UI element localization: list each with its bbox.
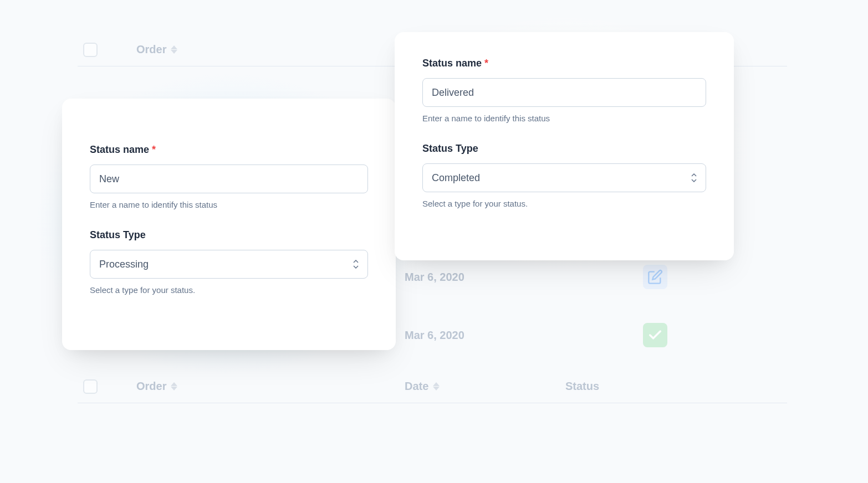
sort-icon [171, 45, 177, 54]
form-group-name: Status name * Enter a name to identify t… [90, 144, 368, 209]
column-label: Order [136, 43, 166, 56]
column-header-status[interactable]: Status [565, 380, 599, 393]
status-name-label: Status name * [90, 144, 368, 156]
sort-icon [171, 382, 177, 390]
status-name-input[interactable] [90, 165, 368, 193]
form-group-name: Status name * Enter a name to identify t… [422, 58, 706, 123]
select-all-checkbox[interactable] [83, 43, 98, 57]
status-type-select[interactable]: Processing [90, 250, 368, 279]
status-name-input[interactable] [422, 78, 706, 107]
status-type-hint: Select a type for your status. [422, 199, 706, 208]
row-date: Mar 6, 2020 [405, 329, 464, 342]
status-name-hint: Enter a name to identify this status [90, 200, 368, 209]
pencil-icon [647, 269, 663, 285]
status-type-hint: Select a type for your status. [90, 285, 368, 295]
status-name-label: Status name * [422, 58, 706, 69]
status-type-label: Status Type [422, 143, 706, 155]
column-header-date[interactable]: Date [405, 380, 440, 393]
column-label: Date [405, 380, 428, 393]
form-group-type: Status Type Processing Select a type for… [90, 229, 368, 295]
required-indicator: * [484, 58, 488, 69]
status-badge-edit[interactable] [643, 265, 667, 289]
column-header-order[interactable]: Order [136, 43, 177, 56]
column-label: Status [565, 380, 599, 393]
status-badge-check[interactable] [643, 323, 667, 347]
required-indicator: * [152, 144, 156, 155]
status-type-label: Status Type [90, 229, 368, 241]
status-form-card-delivered: Status name * Enter a name to identify t… [395, 32, 734, 260]
column-header-order[interactable]: Order [136, 380, 177, 393]
select-all-checkbox[interactable] [83, 379, 98, 394]
form-group-type: Status Type Completed Select a type for … [422, 143, 706, 208]
table-header-row: Order Date Status [78, 370, 787, 403]
column-label: Order [136, 380, 166, 393]
row-date: Mar 6, 2020 [405, 271, 464, 284]
check-icon [647, 327, 663, 343]
status-form-card-new: Status name * Enter a name to identify t… [62, 99, 396, 350]
status-name-hint: Enter a name to identify this status [422, 114, 706, 123]
sort-icon [433, 382, 440, 390]
status-type-select[interactable]: Completed [422, 163, 706, 192]
